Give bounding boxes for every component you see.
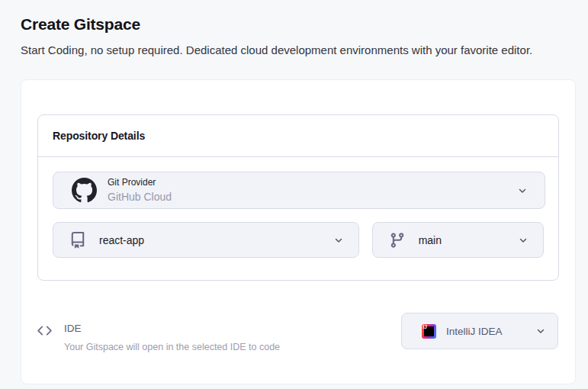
git-provider-select[interactable]: Git Provider GitHub Cloud [53,172,545,209]
branch-select[interactable]: main [372,222,544,258]
ide-info: IDE Your Gitspace will open in the selec… [37,313,280,352]
ide-section: IDE Your Gitspace will open in the selec… [37,313,558,352]
ide-select[interactable]: IJ IntelliJ IDEA [401,313,558,349]
intellij-idea-monogram: IJ [423,324,427,330]
git-provider-value: GitHub Cloud [108,190,172,204]
page-header: Create Gitspace Start Coding, no setup r… [0,0,588,58]
git-branch-icon [389,232,406,249]
github-icon [72,178,97,203]
code-icon [37,323,52,338]
repository-details-heading: Repository Details [53,130,145,142]
chevron-down-icon [535,326,546,336]
chevron-down-icon [518,235,529,246]
git-provider-texts: Git Provider GitHub Cloud [108,177,172,204]
repo-branch-row: react-app main [53,222,544,258]
repository-details-body: Git Provider GitHub Cloud react [38,157,558,280]
create-gitspace-panel: Repository Details Git Provider GitHub C… [21,79,576,384]
ide-texts: IDE Your Gitspace will open in the selec… [64,323,280,352]
git-provider-label: Git Provider [108,177,172,188]
intellij-idea-icon: IJ [422,324,436,339]
branch-value: main [419,234,442,246]
repository-value: react-app [99,234,144,246]
page-subtitle: Start Coding, no setup required. Dedicat… [21,42,535,58]
repo-icon [69,232,86,249]
ide-selected-value: IntelliJ IDEA [446,326,503,337]
ide-label: IDE [64,323,280,334]
ide-description: Your Gitspace will open in the selected … [64,342,280,352]
repository-details-card: Repository Details Git Provider GitHub C… [37,114,559,281]
chevron-down-icon [517,185,528,196]
repository-details-header: Repository Details [38,115,558,157]
repository-select[interactable]: react-app [53,222,359,258]
page-title: Create Gitspace [21,14,567,34]
chevron-down-icon [333,235,344,246]
